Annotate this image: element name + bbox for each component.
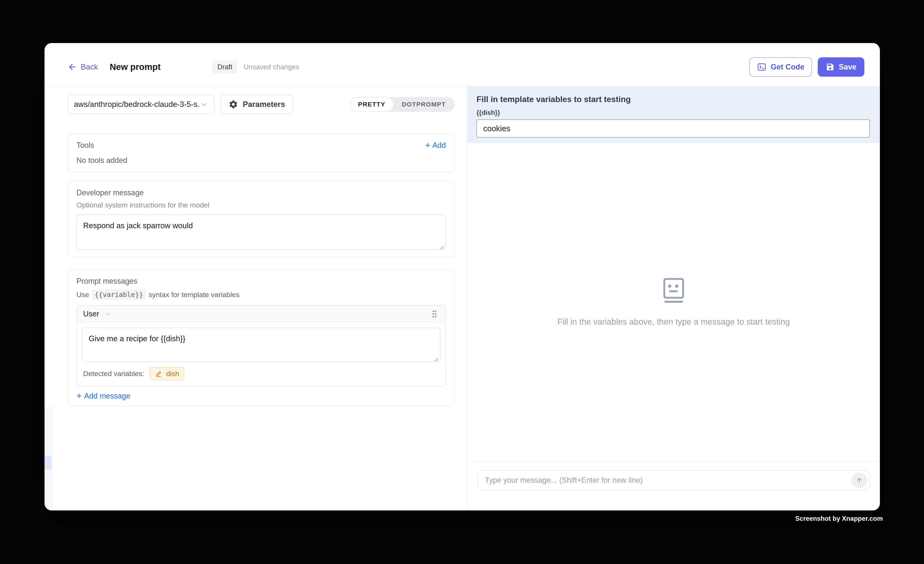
add-tool-label: Add: [432, 141, 446, 150]
terminal-icon: [757, 62, 766, 72]
chat-input-bar: [467, 461, 880, 510]
watermark-text: Screenshot by Xnapper.com: [795, 515, 883, 522]
message-block: User Detected variables: [76, 305, 446, 387]
developer-message-subtitle: Optional system instructions for the mod…: [76, 201, 446, 209]
model-selector-value: aws/anthropic/bedrock-claude-3-5-s...: [74, 100, 200, 109]
save-label: Save: [839, 63, 856, 71]
plus-icon: +: [76, 392, 82, 400]
prompt-messages-card: Prompt messages Use {{variable}} syntax …: [68, 269, 454, 406]
variable-chip-dish[interactable]: dish: [150, 367, 184, 380]
parameters-label: Parameters: [243, 100, 285, 109]
unsaved-changes-text: Unsaved changes: [244, 63, 299, 71]
edit-pencil-icon: [155, 370, 163, 378]
developer-message-title: Developer message: [76, 188, 446, 197]
get-code-label: Get Code: [771, 63, 804, 71]
save-icon: [826, 63, 834, 71]
gear-icon: [228, 99, 238, 109]
template-hint: Use {{variable}} syntax for template var…: [76, 290, 446, 300]
variables-panel-title: Fill in template variables to start test…: [477, 95, 870, 104]
developer-message-field-wrap: [76, 214, 446, 250]
header: Back New prompt Draft Unsaved changes Ge…: [45, 43, 880, 86]
drag-handle-icon[interactable]: [430, 309, 439, 320]
chevron-down-icon: [105, 311, 112, 317]
message-input[interactable]: [82, 328, 440, 362]
toggle-pretty[interactable]: PRETTY: [350, 97, 394, 112]
arrow-left-icon: [68, 62, 77, 72]
tools-empty-text: No tools added: [76, 156, 446, 165]
role-value: User: [83, 309, 99, 318]
prompt-editor-column: aws/anthropic/bedrock-claude-3-5-s... Pa…: [45, 86, 467, 510]
status-badge: Draft: [212, 60, 237, 74]
sidebar-fragment-highlight: [45, 456, 51, 470]
back-button[interactable]: Back: [68, 62, 98, 72]
model-selector[interactable]: aws/anthropic/bedrock-claude-3-5-s...: [68, 95, 214, 114]
tools-header: Tools + Add: [76, 141, 446, 150]
content: aws/anthropic/bedrock-claude-3-5-s... Pa…: [45, 86, 880, 510]
variable-syntax-chip: {{variable}}: [92, 290, 146, 300]
variable-key-label: {{dish}}: [477, 109, 870, 117]
add-tool-button[interactable]: + Add: [425, 141, 446, 150]
view-toggle: PRETTY DOTPROMPT: [350, 97, 454, 112]
detected-variables-row: Detected variables: dish: [77, 362, 446, 386]
chevron-down-icon: [200, 100, 208, 108]
model-row: aws/anthropic/bedrock-claude-3-5-s... Pa…: [68, 95, 454, 114]
parameters-button[interactable]: Parameters: [220, 95, 293, 114]
get-code-button[interactable]: Get Code: [749, 57, 812, 76]
role-selector[interactable]: User: [83, 309, 112, 318]
back-label: Back: [81, 63, 98, 71]
save-button[interactable]: Save: [818, 57, 864, 76]
hint-prefix: Use: [76, 291, 89, 299]
variable-value-input[interactable]: [477, 120, 870, 138]
tools-title: Tools: [76, 141, 94, 150]
hint-suffix: syntax for template variables: [148, 291, 240, 299]
message-header: User: [77, 306, 446, 322]
page-title: New prompt: [110, 62, 160, 72]
message-body: [77, 322, 446, 362]
add-message-button[interactable]: + Add message: [76, 392, 130, 400]
app-window: Back New prompt Draft Unsaved changes Ge…: [45, 43, 880, 510]
chat-message-input[interactable]: [485, 476, 846, 484]
add-message-label: Add message: [84, 392, 130, 400]
prompt-messages-title: Prompt messages: [76, 277, 446, 286]
empty-state-text: Fill in the variables above, then type a…: [557, 317, 790, 327]
developer-message-card: Developer message Optional system instru…: [68, 181, 454, 257]
tools-card: Tools + Add No tools added: [68, 134, 454, 172]
developer-message-input[interactable]: [76, 214, 446, 250]
detected-variables-label: Detected variables:: [83, 369, 144, 378]
chat-input-wrap: [477, 470, 870, 490]
screenshot-stage: Back New prompt Draft Unsaved changes Ge…: [0, 0, 924, 564]
toggle-dotprompt[interactable]: DOTPROMPT: [394, 97, 454, 112]
arrow-up-icon: [855, 477, 863, 484]
robot-face-icon: [663, 278, 684, 303]
plus-icon: +: [425, 141, 430, 150]
test-panel: Fill in template variables to start test…: [467, 86, 880, 510]
chat-empty-state: Fill in the variables above, then type a…: [467, 143, 880, 461]
variable-chip-label: dish: [166, 369, 179, 378]
message-field-wrap: [82, 328, 440, 362]
variables-panel: Fill in template variables to start test…: [467, 86, 880, 143]
send-button[interactable]: [851, 472, 867, 488]
